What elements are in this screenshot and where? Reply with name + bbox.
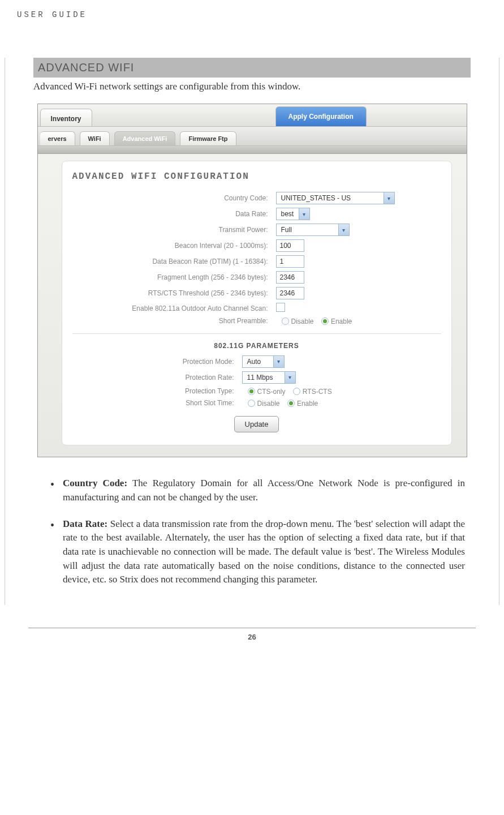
input-fragment-length[interactable]: [276, 271, 304, 284]
main-content: ADVANCED WIFI Advanced Wi-Fi network set…: [5, 58, 499, 605]
bullet-data-text: Select a data transmission rate from the…: [63, 518, 465, 585]
page-footer: 26: [28, 628, 476, 658]
select-protection-mode[interactable]: Auto ▾: [242, 355, 285, 368]
input-beacon-interval[interactable]: [276, 239, 304, 252]
radio-preamble-disable[interactable]: [282, 318, 289, 325]
config-screenshot: Inventory Apply Configuration ervers WiF…: [37, 104, 467, 457]
input-rts-threshold[interactable]: [276, 287, 304, 299]
bullet-data-label: Data Rate:: [63, 518, 107, 529]
radio-rts-cts[interactable]: [293, 388, 300, 395]
label-protection-mode: Protection Mode:: [72, 358, 242, 366]
tab-servers-cut[interactable]: ervers: [40, 131, 75, 145]
bullet-data-rate: Data Rate: Select a data transmission ra…: [50, 517, 465, 587]
radio-slot-enable[interactable]: [287, 400, 295, 407]
subpanel-title: 802.11G PARAMETERS: [72, 342, 441, 350]
label-transmit-power: Transmit Power:: [72, 226, 276, 234]
radio-label-rts: RTS-CTS: [303, 388, 332, 396]
radio-label-enable: Enable: [331, 318, 352, 325]
intro-text: Advanced Wi-Fi network settings are conf…: [33, 81, 471, 92]
page-number: 26: [248, 633, 256, 641]
tab-firmware-ftp[interactable]: Firmware Ftp: [180, 131, 236, 145]
select-country-value: UNITED_STATES - US: [276, 192, 384, 204]
tab-apply-configuration[interactable]: Apply Configuration: [275, 106, 367, 126]
select-tx-value: Full: [276, 224, 338, 236]
label-protection-type: Protection Type:: [72, 387, 242, 395]
radio-preamble-enable[interactable]: [321, 318, 329, 325]
config-panel: ADVANCED WIFI CONFIGURATION Country Code…: [62, 161, 452, 445]
top-tab-row: Inventory Apply Configuration: [38, 104, 467, 127]
section-title-bar: ADVANCED WIFI: [33, 58, 471, 78]
chevron-down-icon: ▾: [338, 224, 350, 236]
select-prate-value: 11 Mbps: [242, 371, 285, 384]
radio-slot-disable[interactable]: [248, 400, 255, 407]
select-protection-rate[interactable]: 11 Mbps ▾: [242, 371, 296, 384]
label-auto-channel-scan: Enable 802.11a Outdoor Auto Channel Scan…: [72, 304, 276, 312]
sub-tab-row: ervers WiFi Advanced WiFi Firmware Ftp: [38, 127, 467, 146]
radio-label-cts: CTS-only: [257, 388, 286, 396]
tab-wifi[interactable]: WiFi: [80, 131, 110, 145]
tab-inventory[interactable]: Inventory: [40, 109, 92, 126]
section-title: ADVANCED WIFI: [38, 61, 134, 74]
radio-label-slot-enable: Enable: [297, 399, 318, 407]
chevron-down-icon: ▾: [273, 355, 285, 368]
select-data-rate-value: best: [276, 208, 299, 220]
select-country-code[interactable]: UNITED_STATES - US ▾: [276, 192, 395, 204]
chevron-down-icon: ▾: [384, 192, 395, 204]
divider: [72, 333, 441, 334]
page-header: USER GUIDE: [0, 0, 504, 24]
label-beacon-interval: Beacon Interval (20 - 1000ms):: [72, 242, 276, 250]
select-pmode-value: Auto: [242, 355, 273, 368]
bullet-country-code: Country Code: The Regulatory Domain for …: [50, 477, 465, 504]
label-fragment-length: Fragment Length (256 - 2346 bytes):: [72, 273, 276, 281]
sub-bar: [38, 146, 467, 154]
label-rts-threshold: RTS/CTS Threshold (256 - 2346 bytes):: [72, 289, 276, 297]
bullet-country-label: Country Code:: [63, 478, 127, 488]
update-button[interactable]: Update: [234, 416, 279, 432]
input-dtim[interactable]: [276, 255, 304, 268]
radio-label-slot-disable: Disable: [257, 399, 280, 407]
chevron-down-icon: ▾: [285, 371, 296, 384]
label-protection-rate: Protection Rate:: [72, 374, 242, 381]
select-data-rate[interactable]: best ▾: [276, 208, 310, 220]
panel-title: ADVANCED WIFI CONFIGURATION: [72, 171, 441, 182]
tab-advanced-wifi[interactable]: Advanced WiFi: [114, 131, 176, 145]
label-country-code: Country Code:: [72, 194, 276, 202]
select-transmit-power[interactable]: Full ▾: [276, 224, 350, 236]
label-dtim: Data Beacon Rate (DTIM) (1 - 16384):: [72, 258, 276, 265]
label-short-preamble: Short Preamble:: [72, 317, 276, 325]
bullet-list: Country Code: The Regulatory Domain for …: [33, 471, 471, 604]
label-short-slot: Short Slot Time:: [72, 399, 242, 407]
label-data-rate: Data Rate:: [72, 210, 276, 218]
checkbox-auto-channel-scan[interactable]: [276, 303, 285, 312]
chevron-down-icon: ▾: [299, 208, 310, 220]
radio-label-disable: Disable: [291, 318, 314, 325]
radio-cts-only[interactable]: [248, 388, 255, 395]
